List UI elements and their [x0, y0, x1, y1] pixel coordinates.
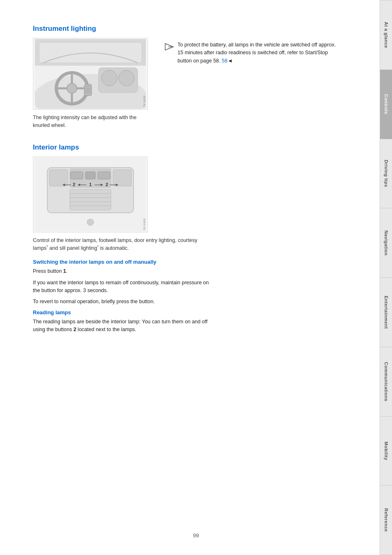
svg-text:2: 2 [106, 182, 108, 187]
interior-lamps-image: 2 1 2 [33, 157, 148, 233]
note-icon [164, 42, 174, 52]
svg-text:1: 1 [89, 182, 92, 187]
switching-subsection: Switching the interior lamps on and off … [33, 259, 341, 306]
reading-lamps-title: Reading lamps [33, 309, 341, 315]
svg-rect-25 [85, 172, 95, 179]
switching-para-3: To revert to normal operation, briefly p… [33, 298, 214, 306]
sidebar-item-communications[interactable]: Communications [380, 347, 392, 417]
svg-rect-9 [101, 70, 117, 86]
svg-rect-22 [49, 170, 68, 186]
svg-rect-10 [119, 70, 134, 86]
svg-rect-27 [98, 172, 110, 179]
sidebar-item-entertainment[interactable]: Entertainment [380, 278, 392, 347]
svg-rect-11 [84, 84, 92, 96]
sidebar-item-navigation[interactable]: Navigation [380, 208, 392, 278]
switching-para-1: Press button 1. [33, 267, 214, 275]
instrument-lighting-section: Instrument lighting [33, 25, 341, 131]
switching-para-2: If you want the interior lamps to remain… [33, 279, 214, 295]
reading-lamps-subsection: Reading lamps The reading lamps are besi… [33, 309, 341, 334]
instrument-lighting-title: Instrument lighting [33, 25, 341, 33]
sidebar-item-driving-tips[interactable]: Driving tips [380, 139, 392, 209]
sidebar-item-controls[interactable]: Controls [380, 70, 392, 139]
page-number: 99 [193, 532, 199, 539]
sidebar-item-reference[interactable]: Reference [380, 486, 392, 555]
svg-rect-23 [113, 170, 131, 186]
sidebar-tabs: At a glance Controls Driving tips Naviga… [380, 0, 392, 555]
svg-rect-26 [71, 172, 83, 179]
reading-lamps-para-1: The reading lamps are beside the interio… [33, 318, 214, 334]
dashboard-illustration [35, 39, 146, 109]
interior-lamp-diagram: 2 1 2 [35, 157, 146, 231]
instrument-caption: The lighting intensity can be adjusted w… [33, 114, 148, 129]
note-box: To protect the battery, all lamps in the… [164, 41, 341, 65]
interior-description: Control of the interior lamps, footwell … [33, 237, 214, 253]
switching-title: Switching the interior lamps on and off … [33, 259, 341, 265]
image-credit: BMW AG [143, 96, 146, 108]
interior-lamps-title: Interior lamps [33, 143, 341, 152]
interior-lamps-section: Interior lamps [33, 143, 341, 334]
interior-image-credit: BMW AG [143, 219, 146, 230]
instrument-lighting-image: BMW AG [33, 38, 148, 110]
note-text: To protect the battery, all lamps in the… [178, 41, 341, 65]
sidebar-item-at-a-glance[interactable]: At a glance [380, 0, 392, 70]
svg-point-44 [87, 219, 94, 226]
note-content: To protect the battery, all lamps in the… [178, 42, 336, 64]
sidebar-item-mobility[interactable]: Mobility [380, 417, 392, 486]
svg-text:2: 2 [73, 182, 75, 187]
svg-point-3 [67, 83, 77, 93]
svg-rect-28 [70, 189, 111, 210]
page-link[interactable]: 58 [222, 58, 228, 64]
